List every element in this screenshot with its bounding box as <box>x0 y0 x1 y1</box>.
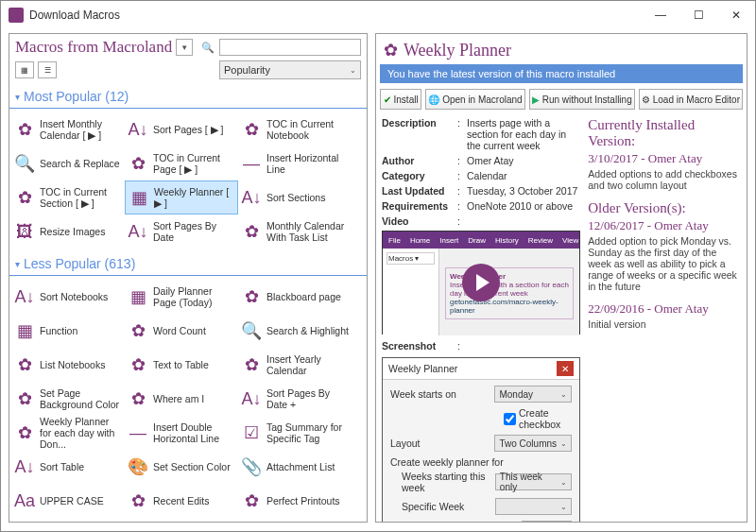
macro-icon: — <box>127 421 149 444</box>
author-value: Omer Atay <box>467 155 580 166</box>
macro-item[interactable]: A↓Sort Notebooks <box>11 280 125 314</box>
macro-item[interactable]: 🎨Set Section Color <box>125 450 238 484</box>
macro-icon: A↓ <box>13 285 36 308</box>
ss-close-icon[interactable]: ✕ <box>557 361 574 376</box>
macro-item[interactable]: ▦Daily Planner Page (Today) <box>125 280 238 314</box>
macro-label: Resize Images <box>36 226 105 237</box>
ss-layout-label: Layout <box>390 438 494 449</box>
play-icon[interactable] <box>462 264 500 301</box>
macro-item[interactable]: ✿List Notebooks <box>11 348 125 382</box>
macro-label: Set Section Color <box>149 461 231 472</box>
macro-label: Weekly Planner [ ▶ ] <box>150 186 235 209</box>
macro-item[interactable]: ✿Word Count <box>125 314 238 348</box>
run-button[interactable]: ▶Run without Installing <box>529 89 635 110</box>
ss-weekstarts-select[interactable]: Monday⌄ <box>494 386 572 403</box>
macro-item[interactable]: ✿Blackboard page <box>238 280 352 314</box>
macro-icon: ✿ <box>240 489 263 512</box>
screenshot-preview: Weekly Planner✕ Week starts onMonday⌄ Cr… <box>382 357 580 522</box>
macro-item[interactable]: ✿TOC in Current Notebook <box>238 112 352 146</box>
ss-checkbox[interactable] <box>504 413 516 425</box>
macro-item[interactable]: ✿TOC in Current Page [ ▶ ] <box>125 146 238 180</box>
macro-label: Insert Double Horizontal Line <box>149 421 236 444</box>
macro-label: Insert Yearly Calendar <box>263 353 350 376</box>
macro-icon: ☑ <box>240 421 263 444</box>
macro-label: Sort Pages [ ▶ ] <box>149 124 224 135</box>
macro-item[interactable]: ✿Insert Monthly Calendar [ ▶ ] <box>11 112 125 146</box>
macro-item[interactable]: A↓Sort Sections <box>238 180 352 215</box>
older-v2-sub: 22/09/2016 - Omer Atay <box>588 301 741 317</box>
install-button[interactable]: ✔Install <box>380 89 421 110</box>
macro-item[interactable]: ✿Insert Yearly Calendar <box>238 348 352 382</box>
macro-icon: A↓ <box>240 387 263 410</box>
macro-label: Text to Table <box>149 359 209 370</box>
macro-item[interactable]: ✿Where am I <box>125 382 238 416</box>
macro-icon: A↓ <box>127 118 149 141</box>
macro-label: Function <box>36 325 77 336</box>
macro-label: Daily Planner Page (Today) <box>149 285 236 308</box>
sort-select[interactable]: Popularity⌄ <box>219 60 361 79</box>
macro-item[interactable]: ✿Weekly Planner for each day with Don... <box>11 416 125 450</box>
app-icon <box>9 8 24 23</box>
macro-icon: A↓ <box>127 220 149 243</box>
ss-layout-select[interactable]: Two Columns⌄ <box>494 435 572 452</box>
maximize-button[interactable]: ☐ <box>679 1 717 29</box>
older-v1-sub: 12/06/2017 - Omer Atay <box>588 218 741 233</box>
macro-item[interactable]: ✿Text to Table <box>125 348 238 382</box>
ss-weeks-select[interactable]: This week only⌄ <box>495 473 572 490</box>
macro-item[interactable]: AaUPPER CASE <box>11 484 125 518</box>
macro-item[interactable]: 🖼Resize Images <box>11 215 125 249</box>
load-editor-button[interactable]: ⚙Load in Macro Editor <box>639 89 743 110</box>
search-input[interactable] <box>219 39 361 56</box>
section-most-popular[interactable]: Most Popular (12) <box>9 85 367 109</box>
req-label: Requirements <box>382 200 457 212</box>
macro-item[interactable]: A↓Sort Pages By Date <box>125 215 238 249</box>
macro-item[interactable]: 🔍Search & Highlight <box>238 314 352 348</box>
search-icon: 🔍 <box>200 40 215 55</box>
macro-icon: Aa <box>13 489 36 512</box>
video-label: Video <box>382 215 457 227</box>
open-macroland-button[interactable]: 🌐Open in Macroland <box>425 89 525 110</box>
macro-item[interactable]: ▦Function <box>11 314 125 348</box>
macro-icon: — <box>240 152 263 175</box>
macro-item[interactable]: ✿Perfect Printouts <box>238 484 352 518</box>
macro-item[interactable]: A↑Increase Font Size <box>125 518 238 522</box>
macro-item[interactable]: ✿Monthly Calendar With Task List <box>238 215 352 249</box>
macro-item[interactable]: 🔍Search & Replace <box>11 146 125 180</box>
macro-item[interactable]: ✿Number of Pages <box>11 518 125 522</box>
minimize-button[interactable]: — <box>642 1 679 29</box>
view-list-button[interactable]: ☰ <box>38 61 57 78</box>
source-dropdown-button[interactable]: ▼ <box>176 39 193 56</box>
macro-icon: ✿ <box>240 118 263 141</box>
section-less-popular[interactable]: Less Popular (613) <box>9 252 367 276</box>
macro-item[interactable]: ☑Tag Summary for Specific Tag <box>238 416 352 450</box>
macro-item[interactable]: ▦Weekly Planner [ ▶ ] <box>125 180 238 215</box>
video-thumbnail[interactable]: FileHomeInsertDrawHistoryReviewViewWeekl… <box>382 231 580 335</box>
screenshot-label: Screenshot <box>382 340 457 352</box>
macro-item[interactable]: A↓Sort Pages [ ▶ ] <box>125 112 238 146</box>
macro-label: Insert Horizontal Line <box>263 152 350 175</box>
ss-ok-button[interactable]: OK <box>522 521 572 522</box>
macro-item[interactable]: ✿Auto-fill <box>238 518 352 522</box>
macro-icon: ✿ <box>13 118 36 141</box>
view-grid-button[interactable]: ▦ <box>15 61 34 78</box>
macro-icon: ✿ <box>127 353 149 376</box>
current-version-text: Added options to add checkboxes and two … <box>588 168 741 191</box>
macro-item[interactable]: 📎Attachment List <box>238 450 352 484</box>
list-heading: Macros from Macroland <box>15 38 172 57</box>
current-version-title: Currently Installed Version: <box>588 117 741 149</box>
macro-label: Sort Sections <box>263 192 325 203</box>
macro-item[interactable]: A↓Sort Table <box>11 450 125 484</box>
macro-label: Monthly Calendar With Task List <box>263 220 350 243</box>
macro-icon: A↓ <box>13 455 36 478</box>
category-label: Category <box>382 170 457 181</box>
macro-label: Blackboard page <box>263 291 341 302</box>
macro-item[interactable]: ✿Recent Edits <box>125 484 238 518</box>
macro-item[interactable]: A↓Sort Pages By Date + <box>238 382 352 416</box>
macro-icon: 📎 <box>240 455 263 478</box>
macro-item[interactable]: ✿TOC in Current Section [ ▶ ] <box>11 180 125 215</box>
close-button[interactable]: ✕ <box>717 1 755 29</box>
macro-item[interactable]: —Insert Double Horizontal Line <box>125 416 238 450</box>
macro-item[interactable]: —Insert Horizontal Line <box>238 146 352 180</box>
macro-item[interactable]: ✿Set Page Background Color <box>11 382 125 416</box>
ss-specific-select[interactable]: ⌄ <box>495 498 572 515</box>
